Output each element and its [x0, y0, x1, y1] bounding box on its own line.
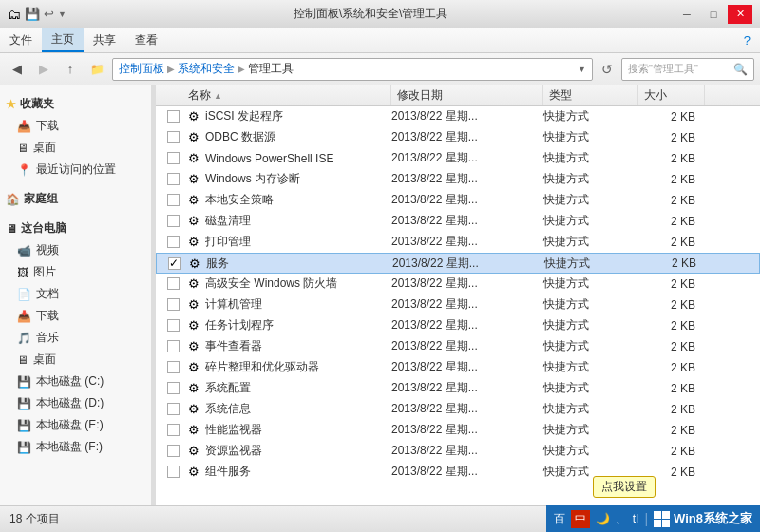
table-row[interactable]: ⚙ 磁盘清理 2013/8/22 星期... 快捷方式 2 KB	[156, 211, 760, 232]
addr-dropdown-arrow[interactable]: ▼	[578, 65, 586, 74]
file-size: 2 KB	[638, 194, 705, 207]
row-checkbox[interactable]: ✓	[164, 257, 183, 270]
search-box[interactable]: 搜索"管理工具" 🔍	[621, 58, 754, 81]
menu-item-文件[interactable]: 文件	[0, 28, 42, 52]
table-row[interactable]: ⚙ 打印管理 2013/8/22 星期... 快捷方式 2 KB	[156, 232, 760, 253]
file-date: 2013/8/22 星期...	[392, 256, 544, 272]
file-size: 2 KB	[638, 173, 705, 186]
row-checkbox[interactable]	[163, 424, 182, 436]
col-header-name[interactable]: 名称 ▲	[182, 86, 391, 105]
breadcrumb-controlpanel[interactable]: 控制面板	[119, 61, 164, 77]
table-row[interactable]: ⚙ 高级安全 Windows 防火墙 2013/8/22 星期... 快捷方式 …	[156, 274, 760, 294]
breadcrumb-security[interactable]: 系统和安全	[178, 61, 235, 77]
tray-input-method[interactable]: 中	[571, 510, 590, 528]
table-row[interactable]: ⚙ 系统配置 2013/8/22 星期... 快捷方式 2 KB	[156, 378, 760, 399]
minimize-button[interactable]: ─	[674, 5, 699, 24]
search-icon[interactable]: 🔍	[733, 63, 748, 76]
folder-icon: 💾	[17, 419, 31, 432]
tray-5button[interactable]: 百	[554, 511, 565, 527]
restore-button[interactable]: □	[701, 5, 726, 24]
table-row[interactable]: ⚙ 计算机管理 2013/8/22 星期... 快捷方式 2 KB	[156, 294, 760, 315]
file-size: 2 KB	[638, 277, 705, 291]
table-row[interactable]: ⚙ 资源监视器 2013/8/22 星期... 快捷方式 2 KB	[156, 441, 760, 462]
row-checkbox[interactable]	[163, 110, 182, 123]
table-row[interactable]: ⚙ 组件服务 2013/8/22 星期... 快捷方式 2 KB	[156, 462, 760, 483]
address-path[interactable]: 控制面板 ▶ 系统和安全 ▶ 管理工具 ▼	[112, 58, 593, 81]
qa-dropdown[interactable]: ▼	[58, 10, 66, 19]
table-row[interactable]: ⚙ 事件查看器 2013/8/22 星期... 快捷方式 2 KB	[156, 336, 760, 357]
file-type: 快捷方式	[543, 234, 638, 250]
tray-moon-icon: 🌙	[596, 512, 610, 525]
table-row[interactable]: ⚙ 本地安全策略 2013/8/22 星期... 快捷方式 2 KB	[156, 190, 760, 211]
qa-icon3[interactable]: ↩	[44, 7, 54, 21]
row-checkbox[interactable]	[163, 340, 182, 352]
sidebar-item-桌面[interactable]: 🖥桌面	[0, 349, 151, 370]
file-type: 快捷方式	[543, 359, 638, 375]
row-checkbox[interactable]	[163, 403, 182, 415]
col-header-date[interactable]: 修改日期	[391, 86, 543, 105]
file-type: 快捷方式	[543, 401, 638, 417]
row-checkbox[interactable]	[163, 361, 182, 373]
sidebar-item-最近访问的位置[interactable]: 📍最近访问的位置	[0, 159, 151, 180]
table-row[interactable]: ⚙ Windows PowerShell ISE 2013/8/22 星期...…	[156, 148, 760, 169]
favorites-header[interactable]: ★ 收藏夹	[0, 93, 151, 115]
table-row[interactable]: ⚙ ODBC 数据源 2013/8/22 星期... 快捷方式 2 KB	[156, 127, 760, 148]
folder-icon: 💾	[17, 397, 31, 410]
sidebar-item-本地磁盘 (C:)[interactable]: 💾本地磁盘 (C:)	[0, 370, 151, 392]
row-checkbox[interactable]	[163, 194, 182, 206]
sidebar-label: 图片	[33, 264, 56, 280]
main-area: ★ 收藏夹 📥下载🖥桌面📍最近访问的位置 🏠 家庭组 🖥 这台电脑 📹视频🖼图片…	[0, 86, 760, 505]
file-date: 2013/8/22 星期...	[391, 422, 543, 438]
refresh-button[interactable]: ↺	[597, 59, 618, 80]
qa-icon1[interactable]: 🗂	[8, 7, 21, 22]
homegroup-header[interactable]: 🏠 家庭组	[0, 188, 151, 210]
sidebar-item-桌面[interactable]: 🖥桌面	[0, 137, 151, 159]
help-button[interactable]: ?	[734, 33, 760, 48]
row-checkbox[interactable]	[163, 319, 182, 332]
row-checkbox[interactable]	[163, 298, 182, 311]
table-row[interactable]: ⚙ 性能监视器 2013/8/22 星期... 快捷方式 2 KB	[156, 420, 760, 441]
sidebar-item-本地磁盘 (F:)[interactable]: 💾本地磁盘 (F:)	[0, 436, 151, 458]
col-header-type[interactable]: 类型	[543, 86, 638, 105]
up-button[interactable]: ↑	[59, 58, 82, 81]
row-checkbox[interactable]	[163, 445, 182, 457]
menu-item-共享[interactable]: 共享	[84, 28, 125, 52]
row-checkbox[interactable]	[163, 215, 182, 227]
table-row[interactable]: ⚙ iSCSI 发起程序 2013/8/22 星期... 快捷方式 2 KB	[156, 106, 760, 127]
menu-item-查看[interactable]: 查看	[125, 28, 167, 52]
row-checkbox[interactable]	[163, 466, 182, 478]
menu-item-主页[interactable]: 主页	[42, 28, 84, 52]
row-checkbox[interactable]	[163, 382, 182, 394]
table-row[interactable]: ✓ ⚙ 服务 2013/8/22 星期... 快捷方式 2 KB	[156, 253, 760, 274]
row-checkbox[interactable]	[163, 131, 182, 143]
tray-comma-icon: 、	[616, 511, 627, 527]
qa-icon2[interactable]: 💾	[25, 7, 40, 21]
close-button[interactable]: ✕	[728, 5, 752, 24]
title-bar: 🗂 💾 ↩ ▼ 控制面板\系统和安全\管理工具 ─ □ ✕	[0, 0, 760, 28]
table-row[interactable]: ⚙ Windows 内存诊断 2013/8/22 星期... 快捷方式 2 KB	[156, 169, 760, 190]
row-checkbox[interactable]	[163, 277, 182, 290]
sidebar-item-本地磁盘 (D:)[interactable]: 💾本地磁盘 (D:)	[0, 392, 151, 414]
sidebar-item-视频[interactable]: 📹视频	[0, 239, 151, 261]
col-header-size[interactable]: 大小	[638, 86, 705, 105]
table-row[interactable]: ⚙ 碎片整理和优化驱动器 2013/8/22 星期... 快捷方式 2 KB	[156, 357, 760, 378]
back-button[interactable]: ◀	[6, 58, 28, 81]
sidebar-item-音乐[interactable]: 🎵音乐	[0, 327, 151, 349]
sidebar-item-下载[interactable]: 📥下载	[0, 115, 151, 137]
computer-header[interactable]: 🖥 这台电脑	[0, 218, 151, 239]
row-checkbox[interactable]	[163, 173, 182, 185]
sidebar-item-文档[interactable]: 📄文档	[0, 283, 151, 305]
sidebar-item-本地磁盘 (E:)[interactable]: 💾本地磁盘 (E:)	[0, 414, 151, 436]
breadcrumb-sep2: ▶	[238, 64, 245, 74]
table-row[interactable]: ⚙ 任务计划程序 2013/8/22 星期... 快捷方式 2 KB	[156, 315, 760, 336]
row-checkbox[interactable]	[163, 236, 182, 248]
file-rows: ⚙ iSCSI 发起程序 2013/8/22 星期... 快捷方式 2 KB ⚙…	[156, 106, 760, 505]
file-type: 快捷方式	[543, 129, 638, 145]
sidebar-item-图片[interactable]: 🖼图片	[0, 261, 151, 283]
row-checkbox[interactable]	[163, 152, 182, 164]
table-row[interactable]: ⚙ 系统信息 2013/8/22 星期... 快捷方式 2 KB	[156, 399, 760, 420]
win8-logo: Win8系统之家	[654, 510, 752, 527]
home-icon: 🏠	[6, 193, 20, 206]
forward-button[interactable]: ▶	[32, 58, 55, 81]
sidebar-item-下载[interactable]: 📥下载	[0, 305, 151, 327]
